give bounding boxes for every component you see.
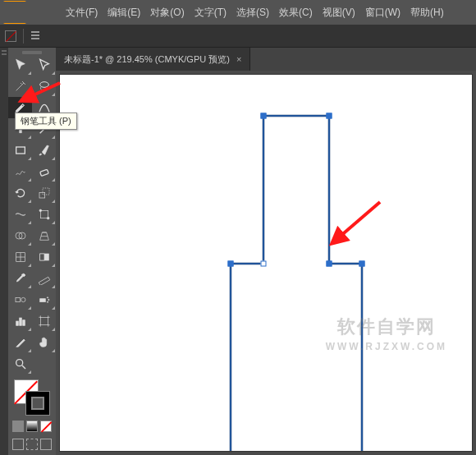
svg-rect-6 [43,188,49,195]
document-area: 未标题-1* @ 219.45% (CMYK/GPU 预览) × [56,48,476,455]
menu-type[interactable]: 文字(T) [195,6,227,20]
svg-point-9 [47,217,49,219]
svg-point-17 [21,297,25,301]
svg-rect-18 [39,299,45,302]
paintbrush-tool-icon[interactable] [32,140,56,161]
empty-tool-slot [32,353,56,375]
width-tool-icon[interactable] [8,204,32,225]
rectangle-tool-icon[interactable] [8,140,32,161]
menu-help[interactable]: 帮助(H) [410,6,444,20]
document-tab-title: 未标题-1* @ 219.45% (CMYK/GPU 预览) [64,53,230,66]
hand-tool-icon[interactable] [32,332,56,353]
none-mode-swatch[interactable] [40,421,52,432]
anchor-point-selected[interactable] [261,261,267,267]
separator [23,29,24,44]
svg-rect-22 [16,321,18,325]
menu-view[interactable]: 视图(V) [323,6,355,20]
menubar: 文件(F) 编辑(E) 对象(O) 文字(T) 选择(S) 效果(C) 视图(V… [0,2,476,23]
annotation-arrow-icon [23,79,64,107]
anchor-point[interactable] [228,261,234,267]
svg-rect-4 [39,169,48,176]
svg-line-29 [30,83,60,97]
svg-rect-7 [40,210,48,218]
free-transform-tool-icon[interactable] [32,204,56,225]
pen-tool-tooltip: 钢笔工具 (P) [15,113,77,130]
svg-point-21 [47,301,48,302]
document-tab-bar: 未标题-1* @ 219.45% (CMYK/GPU 预览) × [56,48,476,71]
draw-inside-icon[interactable] [40,439,52,450]
rotate-tool-icon[interactable] [8,182,32,204]
canvas[interactable]: 软件自学网 WWW.RJZXW.COM [59,74,473,452]
measure-tool-icon[interactable] [32,268,56,289]
svg-line-27 [22,365,25,369]
panel-gutter[interactable] [0,48,8,455]
gradient-tool-icon[interactable] [32,246,56,268]
menu-edit[interactable]: 编辑(E) [108,6,140,20]
anchor-point[interactable] [359,261,365,267]
control-bar [0,25,476,48]
artboard-tool-icon[interactable] [32,310,56,332]
main-area: 未标题-1* @ 219.45% (CMYK/GPU 预览) × [0,48,476,455]
menu-object[interactable]: 对象(O) [150,6,184,20]
direct-selection-tool-icon[interactable] [32,54,56,76]
anchor-point[interactable] [327,113,332,119]
draw-normal-icon[interactable] [12,439,24,450]
toolbox [8,48,56,455]
svg-rect-24 [22,320,25,326]
eyedropper-tool-icon[interactable] [8,268,32,289]
shaper-tool-icon[interactable] [8,161,32,182]
gradient-mode-swatch[interactable] [26,421,38,432]
close-icon[interactable]: × [236,54,241,64]
menu-icon[interactable] [30,29,40,44]
blend-tool-icon[interactable] [8,289,32,310]
column-graph-tool-icon[interactable] [8,310,32,332]
menu-window[interactable]: 窗口(W) [365,6,400,20]
slice-tool-icon[interactable] [8,332,32,353]
anchor-point[interactable] [261,113,267,119]
svg-rect-23 [19,318,21,325]
menu-file[interactable]: 文件(F) [66,6,98,20]
color-mode-swatch[interactable] [12,421,24,432]
svg-point-26 [16,360,22,366]
anchor-point[interactable] [327,261,332,267]
stroke-swatch[interactable] [25,391,50,416]
selection-tool-icon[interactable] [8,54,32,76]
annotation-arrow-icon [331,198,388,250]
menu-select[interactable]: 选择(S) [236,6,269,20]
mesh-tool-icon[interactable] [8,246,32,268]
svg-rect-25 [40,317,48,324]
scale-tool-icon[interactable] [32,182,56,204]
perspective-tool-icon[interactable] [32,225,56,246]
svg-rect-16 [16,297,20,301]
svg-point-8 [39,209,42,212]
menu-effect[interactable]: 效果(C) [279,6,313,20]
svg-rect-3 [16,147,25,154]
no-selection-icon [5,30,16,42]
shape-builder-tool-icon[interactable] [8,225,32,246]
svg-point-19 [47,297,48,298]
svg-line-28 [339,202,380,237]
color-swatches [8,375,56,455]
vector-shape[interactable] [149,116,378,452]
eraser-tool-icon[interactable] [32,161,56,182]
zoom-tool-icon[interactable] [8,353,32,375]
svg-point-20 [48,299,48,300]
symbol-sprayer-tool-icon[interactable] [32,289,56,310]
svg-rect-15 [39,277,50,285]
svg-rect-5 [39,192,45,198]
draw-behind-icon[interactable] [26,439,38,450]
svg-rect-14 [39,254,43,260]
document-tab[interactable]: 未标题-1* @ 219.45% (CMYK/GPU 预览) × [56,48,250,71]
